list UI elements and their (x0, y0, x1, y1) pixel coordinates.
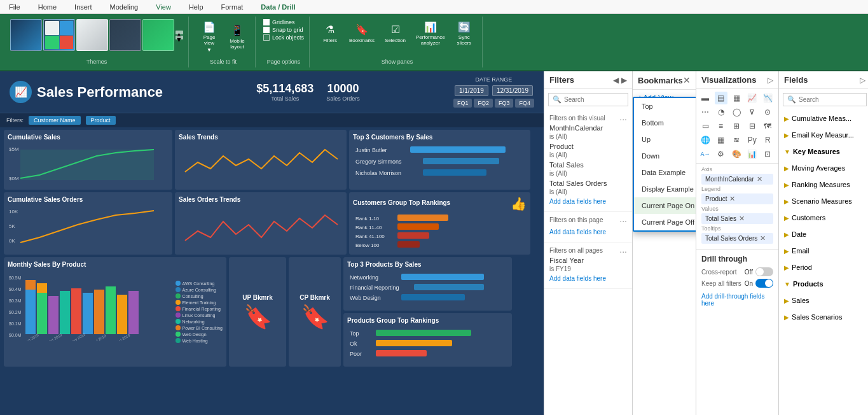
viz-treemap[interactable]: ▦ (715, 134, 727, 146)
filter-month-field[interactable]: MonthInCalendar (549, 124, 627, 132)
bookmark-down[interactable]: Down (634, 148, 696, 164)
filters-more-icon[interactable]: ▶ (621, 76, 627, 85)
cumulative-group-header[interactable]: ▶ Cumulative Meas... (784, 113, 865, 124)
viz-bar-chart[interactable]: ▬ (699, 92, 712, 104)
theme-box-1[interactable] (10, 19, 42, 51)
start-date[interactable]: 1/1/2019 (455, 85, 488, 96)
products-group-header[interactable]: ▼ Products (784, 278, 865, 290)
fields-search[interactable]: 🔍 (783, 93, 867, 106)
viz-area[interactable]: 📉 (761, 92, 774, 104)
filters-pane-btn[interactable]: ⚗ Filters (317, 19, 343, 47)
fq3-btn[interactable]: FQ3 (495, 99, 514, 108)
viz-matrix[interactable]: ⊟ (746, 120, 759, 132)
theme-box-2[interactable] (43, 19, 75, 51)
date-group-header[interactable]: ▶ Date (784, 229, 865, 240)
page-view-dropdown[interactable]: ▼ (207, 47, 212, 53)
menu-data-drill[interactable]: Data / Drill (257, 2, 299, 12)
drill-add-fields[interactable]: Add drill-through fields here (701, 290, 773, 309)
fq2-btn[interactable]: FQ2 (474, 99, 493, 108)
snap-to-grid-checkbox[interactable]: Snap to grid (263, 27, 304, 33)
fields-search-input[interactable] (799, 96, 862, 103)
performance-analyzer-btn[interactable]: 📊 Performanceanalyzer (412, 19, 449, 47)
scenario-group-header[interactable]: ▶ Scenario Measures (784, 195, 865, 207)
page-view-btn[interactable]: 📄 Pageview ▼ (196, 19, 222, 54)
bookmark-current-page-off[interactable]: Current Page Off ··· (634, 214, 696, 230)
themes-scroll-down[interactable]: ▼ (176, 36, 183, 39)
filters-on-all-pages-dots[interactable]: ··· (619, 246, 627, 257)
viz-custom1[interactable]: A→ (699, 148, 712, 160)
filters-on-page-add[interactable]: Add data fields here (549, 226, 627, 238)
viz-line[interactable]: 📈 (746, 92, 759, 104)
viz-analytics[interactable]: 📊 (746, 148, 759, 160)
viz-funnel[interactable]: ⊽ (746, 106, 759, 118)
menu-format[interactable]: Format (217, 2, 247, 12)
filters-on-all-pages-add[interactable]: Add data fields here (549, 272, 627, 285)
viz-filled-map[interactable]: 🌐 (699, 134, 712, 146)
end-date[interactable]: 12/31/2019 (492, 85, 533, 96)
bookmark-bottom[interactable]: Bottom (634, 115, 696, 131)
menu-modeling[interactable]: Modeling (106, 2, 142, 12)
fq4-btn[interactable]: FQ4 (515, 99, 534, 108)
moving-avg-group-header[interactable]: ▶ Moving Averages (784, 162, 865, 174)
period-group-header[interactable]: ▶ Period (784, 262, 865, 273)
fields-expand-icon[interactable]: ▷ (860, 76, 865, 85)
viz-multi-row[interactable]: ≡ (715, 120, 727, 132)
viz-r[interactable]: R (761, 134, 774, 146)
lock-objects-checkbox[interactable]: Lock objects (263, 34, 304, 41)
viz-map[interactable]: 🗺 (761, 120, 774, 132)
filters-search-input[interactable] (564, 96, 624, 103)
viz-card[interactable]: ▭ (699, 120, 712, 132)
customer-name-filter-chip[interactable]: Customer Name (29, 116, 81, 125)
tooltips-remove-btn[interactable]: ✕ (760, 234, 766, 243)
viz-custom2[interactable]: ⚙ (715, 148, 727, 160)
customers-group-header[interactable]: ▶ Customers (784, 212, 865, 223)
cross-report-toggle[interactable] (755, 267, 773, 276)
bookmark-current-page-on[interactable]: Current Page On ··· (634, 197, 696, 214)
key-measures-group-header[interactable]: ▼ Key Measures (784, 146, 865, 157)
filter-product-field[interactable]: Product (549, 143, 627, 150)
viz-donut[interactable]: ◯ (730, 106, 743, 118)
themes-scroll-up[interactable]: ▲ (176, 31, 183, 34)
legend-remove-btn[interactable]: ✕ (729, 195, 735, 203)
gridlines-checkbox[interactable]: Gridlines (263, 19, 304, 25)
filters-search[interactable]: 🔍 (548, 93, 628, 106)
email-group-header[interactable]: ▶ Email (784, 245, 865, 257)
product-filter-chip[interactable]: Product (86, 116, 116, 125)
viz-pie[interactable]: ◔ (715, 106, 727, 118)
sales-group-header[interactable]: ▶ Sales (784, 295, 865, 306)
filter-total-orders-field[interactable]: Total Sales Orders (549, 179, 627, 187)
selection-pane-btn[interactable]: ☑ Selection (381, 19, 410, 47)
axis-remove-btn[interactable]: ✕ (757, 175, 762, 183)
menu-file[interactable]: File (5, 2, 24, 12)
bookmark-up[interactable]: Up (634, 131, 696, 148)
viz-ai[interactable]: Py (746, 134, 759, 146)
filter-fiscal-year-field[interactable]: Fiscal Year (549, 257, 627, 264)
theme-box-4[interactable] (109, 19, 141, 51)
viz-gauge[interactable]: ⊙ (761, 106, 774, 118)
viz-expand-icon[interactable]: ▷ (768, 76, 773, 85)
mobile-layout-btn[interactable]: 📱 Mobilelayout (224, 19, 250, 54)
values-remove-btn[interactable]: ✕ (739, 215, 745, 223)
theme-box-5[interactable] (142, 19, 174, 51)
menu-help[interactable]: Help (185, 2, 207, 12)
fq1-btn[interactable]: FQ1 (453, 99, 472, 108)
menu-insert[interactable]: Insert (71, 2, 96, 12)
theme-box-3[interactable] (76, 19, 108, 51)
bookmark-display-example[interactable]: Display Example (634, 181, 696, 197)
menu-view[interactable]: View (152, 2, 175, 12)
viz-waterfall[interactable]: ≋ (730, 134, 743, 146)
viz-scatter[interactable]: ⋯ (699, 106, 712, 118)
bookmark-data-example[interactable]: Data Example (634, 164, 696, 181)
bookmarks-close-icon[interactable]: ✕ (683, 75, 691, 85)
viz-fields[interactable]: ⊡ (761, 148, 774, 160)
filter-total-sales-field[interactable]: Total Sales (549, 161, 627, 169)
filters-on-page-dots[interactable]: ··· (619, 216, 627, 226)
keep-filters-toggle[interactable] (755, 279, 773, 288)
bookmark-top[interactable]: Top (634, 98, 696, 115)
viz-100-bar[interactable]: ▦ (730, 92, 743, 104)
viz-format[interactable]: 🎨 (730, 148, 743, 160)
ranking-group-header[interactable]: ▶ Ranking Measures (784, 179, 865, 190)
filters-collapse-icon[interactable]: ◀ (613, 76, 619, 85)
sales-scenarios-group-header[interactable]: ▶ Sales Scenarios (784, 311, 865, 323)
sync-slicers-btn[interactable]: 🔄 Syncslicers (451, 19, 477, 47)
